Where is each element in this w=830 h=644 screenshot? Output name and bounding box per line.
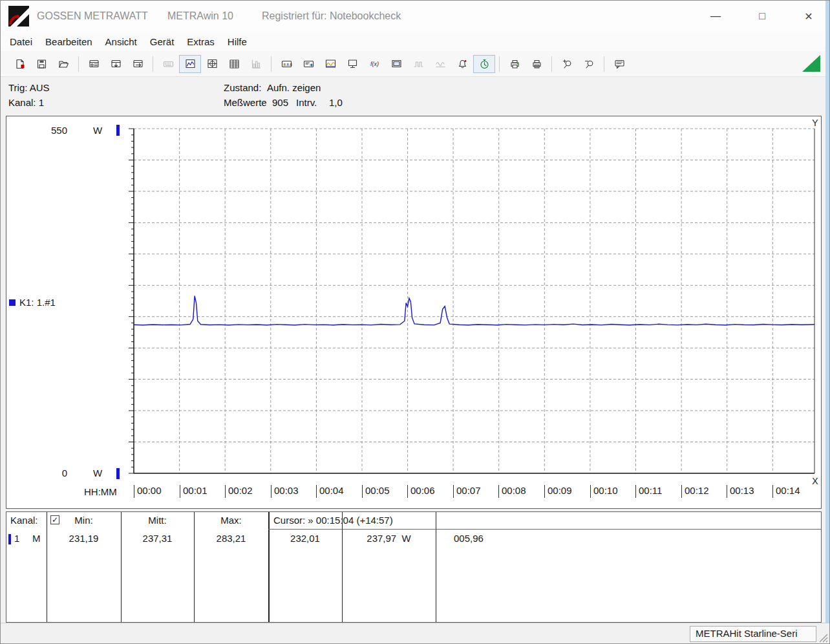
toolbar-separator (604, 56, 604, 72)
cursor-handle-bottom[interactable]: X (810, 476, 820, 486)
file-save-button[interactable] (30, 55, 52, 73)
metrawin-window: { "window": { "title_brand": "GOSSEN MET… (0, 0, 830, 644)
toolbar-separator (78, 56, 79, 72)
file-new-button[interactable] (8, 55, 30, 73)
x-tick: 00:02 (225, 485, 253, 498)
zoom-out-button[interactable] (578, 55, 600, 73)
zustand-value: Aufn. zeigen (267, 82, 321, 93)
x-tick: 00:08 (498, 485, 526, 498)
minimize-button[interactable]: — (710, 10, 721, 22)
title-brand: GOSSEN METRAWATT (37, 10, 148, 22)
device-status: METRAHit Starline-Seri (690, 626, 816, 642)
cursor-val2-number: 237,97 (367, 533, 396, 544)
display-screen-button[interactable] (385, 55, 407, 73)
histogram-view-button[interactable] (245, 55, 267, 73)
signal-steps-button[interactable] (407, 55, 429, 73)
row-channel-marker (8, 534, 11, 544)
y-min-label: 0 (40, 467, 67, 478)
close-button[interactable]: ✕ (803, 10, 814, 23)
display-config-button[interactable] (297, 55, 319, 73)
row-mode: M (32, 533, 41, 544)
toolbar-separator (551, 56, 552, 72)
multimeter-send-button[interactable] (127, 55, 149, 73)
resize-grip[interactable] (818, 633, 828, 643)
monitor-button[interactable] (341, 55, 363, 73)
y-max-label: 550 (40, 125, 67, 136)
row-cursor-val1: 232,01 (268, 533, 342, 544)
menu-extras[interactable]: Extras (180, 34, 221, 50)
channel-legend-label: K1: 1.#1 (19, 297, 56, 308)
signal-wave-button[interactable] (429, 55, 451, 73)
x-tick: 00:13 (727, 485, 754, 498)
cursor-handle-top[interactable]: Y (810, 118, 820, 128)
table-divider (194, 512, 195, 622)
statusbar: METRAHit Starline-Seri (1, 623, 829, 644)
x-tick: 00:10 (590, 485, 618, 498)
channel-scale-marker-top (116, 125, 120, 136)
messwerte-label: Meßwerte (224, 97, 267, 108)
title-app: METRAwin 10 (167, 10, 233, 22)
x-axis-title: HH:MM (84, 486, 117, 497)
cursor-header-underline (268, 529, 822, 530)
window-controls: — □ ✕ (710, 1, 814, 32)
x-tick: 00:14 (772, 485, 800, 498)
menu-geraet[interactable]: Gerät (144, 34, 181, 50)
x-tick: 00:06 (407, 485, 435, 498)
x-tick: 00:12 (681, 485, 709, 498)
x-tick: 00:09 (544, 485, 572, 498)
print-button[interactable] (504, 55, 526, 73)
crosshair-view-button[interactable] (201, 55, 223, 73)
note-button[interactable] (608, 55, 630, 73)
zustand-label: Zustand: (224, 82, 261, 93)
channel-status: Kanal: 1 (8, 97, 44, 108)
row-channel: 1 (14, 533, 19, 544)
intrv-value: 1,0 (329, 97, 343, 108)
row-max: 283,21 (194, 533, 268, 544)
kanal-header: Kanal: (10, 515, 38, 526)
menu-datei[interactable]: Datei (3, 34, 39, 50)
x-tick: 00:05 (362, 485, 390, 498)
alarm-button[interactable] (451, 55, 473, 73)
row-cursor-val2: 237,97 W (342, 533, 436, 544)
toolbar-separator (499, 56, 500, 72)
multimeter-window-button[interactable] (83, 55, 105, 73)
cursor-val2-unit: W (402, 533, 411, 544)
menubar: Datei Bearbeiten Ansicht Gerät Extras Hi… (1, 32, 829, 51)
toolbar-separator (153, 56, 153, 72)
maximize-button[interactable]: □ (757, 10, 767, 22)
toolbar: 8.8.8 f(x) (1, 51, 829, 77)
table-view-button[interactable] (223, 55, 245, 73)
power-chart[interactable] (6, 116, 821, 508)
multimeter-read-button[interactable] (105, 55, 127, 73)
toolbar-corner-indicator-icon (802, 55, 820, 72)
app-logo-icon (8, 6, 29, 27)
x-tick: 00:01 (180, 485, 208, 498)
line-chart-view-button[interactable] (179, 55, 201, 73)
formula-button[interactable]: f(x) (363, 55, 385, 73)
min-header: Min: (47, 515, 121, 526)
timer-button[interactable] (473, 55, 495, 73)
x-tick: 00:11 (635, 485, 662, 498)
y-max-unit: W (93, 125, 102, 136)
menu-bearbeiten[interactable]: Bearbeiten (39, 34, 99, 50)
window-right-edge (825, 1, 829, 623)
x-tick: 00:03 (271, 485, 299, 498)
value-table: Kanal: ✓ Min: Mitt: Max: Cursor: » 00:15… (6, 511, 822, 623)
menu-ansicht[interactable]: Ansicht (99, 34, 144, 50)
channel-scale-marker-bottom (116, 468, 120, 479)
chart-panel: 550 W K1: 1.#1 0 W HH:MM 00:00 00:01 00:… (6, 116, 822, 509)
x-tick: 00:04 (316, 485, 344, 498)
cursor-header: Cursor: » 00:15:04 (+14:57) (273, 515, 393, 526)
svg-text:f(x): f(x) (370, 61, 379, 67)
keyboard-button[interactable] (157, 55, 179, 73)
trigger-status: Trig: AUS (8, 82, 50, 93)
zoom-in-button[interactable] (556, 55, 578, 73)
messwerte-value: 905 (272, 97, 288, 108)
scope-display-button[interactable] (319, 55, 341, 73)
display-values-button[interactable]: 8.8.8 (275, 55, 297, 73)
max-header: Max: (194, 515, 268, 526)
folder-open-button[interactable] (52, 55, 74, 73)
print-form-button[interactable] (526, 55, 548, 73)
channel-legend: K1: 1.#1 (9, 297, 56, 308)
menu-hilfe[interactable]: Hilfe (221, 34, 253, 50)
